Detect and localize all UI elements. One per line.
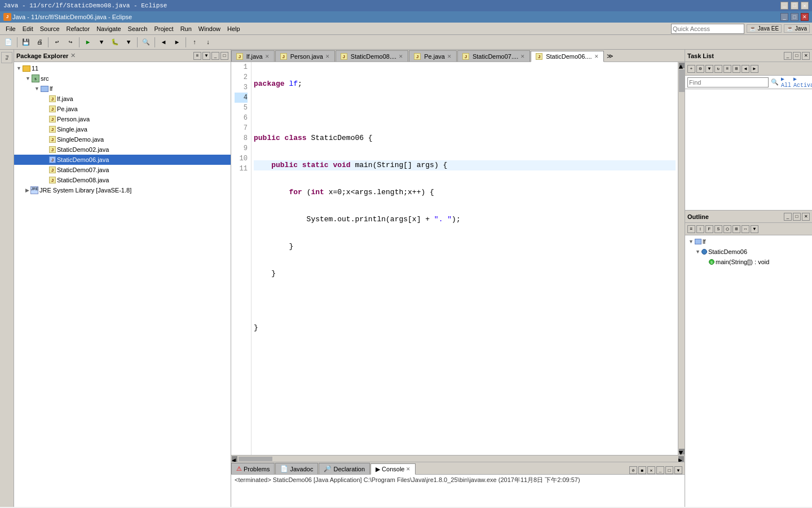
menu-run[interactable]: Run bbox=[177, 24, 195, 33]
console-stop-btn[interactable]: ■ bbox=[638, 466, 646, 474]
java-btn[interactable]: ☕ Java bbox=[784, 24, 810, 33]
menu-help[interactable]: Help bbox=[224, 24, 244, 33]
new-btn[interactable]: 📄 bbox=[2, 36, 15, 49]
tab-staticdemo06[interactable]: J StaticDemo06.... ✕ bbox=[531, 51, 603, 62]
run-dropdown[interactable]: ▼ bbox=[95, 36, 108, 49]
tree-item-staticdemo02[interactable]: J StaticDemo02.java bbox=[14, 144, 231, 155]
tree-item-singlejava[interactable]: J Single.java bbox=[14, 124, 231, 134]
outline-hide-nonpublic-btn[interactable]: ◯ bbox=[723, 225, 731, 233]
minimize-btn-main[interactable]: _ bbox=[780, 13, 788, 21]
tree-item-staticdemo07[interactable]: J StaticDemo07.java bbox=[14, 165, 231, 175]
scroll-thumb[interactable] bbox=[679, 69, 685, 92]
tree-item-lf[interactable]: ▼ lf bbox=[14, 84, 231, 94]
tab-lfjava[interactable]: J lf.java ✕ bbox=[231, 50, 275, 62]
outline-hide-fields-btn[interactable]: F bbox=[705, 225, 713, 233]
tree-item-staticdemo08[interactable]: J StaticDemo08.java bbox=[14, 175, 231, 185]
tab-staticdemo08[interactable]: J StaticDemo08.... ✕ bbox=[336, 50, 408, 62]
menu-project[interactable]: Project bbox=[151, 24, 176, 33]
debug-btn[interactable]: 🐛 bbox=[109, 36, 121, 49]
tree-item-11[interactable]: ▼ 11 bbox=[14, 63, 231, 73]
outline-hide-static-btn[interactable]: S bbox=[714, 225, 722, 233]
console-tab-close[interactable]: ✕ bbox=[406, 466, 411, 472]
collapse-all-btn[interactable]: ≡ bbox=[193, 52, 201, 60]
tab-close-btn[interactable]: ✕ bbox=[520, 54, 525, 59]
close-btn-main[interactable]: ✕ bbox=[801, 13, 809, 21]
menu-file[interactable]: File bbox=[2, 24, 19, 33]
print-btn[interactable]: 🖨 bbox=[33, 36, 46, 49]
console-close-btn[interactable]: ✕ bbox=[647, 466, 655, 474]
tab-close-btn[interactable]: ✕ bbox=[399, 54, 403, 59]
run-btn[interactable]: ▶ bbox=[82, 36, 94, 49]
console-menu-btn[interactable]: ▼ bbox=[674, 466, 682, 474]
tab-console[interactable]: ▶ Console ✕ bbox=[370, 463, 416, 475]
code-content[interactable]: package lf; public class StaticDemo06 { … bbox=[251, 62, 678, 455]
undo-btn[interactable]: ↩ bbox=[51, 36, 63, 49]
vertical-scrollbar[interactable]: ▲ ▼ bbox=[678, 62, 685, 455]
tab-pejava[interactable]: J Pe.java ✕ bbox=[409, 50, 457, 62]
prev-edit-btn[interactable]: ↑ bbox=[188, 36, 201, 49]
console-clear-btn[interactable]: ⊘ bbox=[629, 466, 637, 474]
scroll-down-btn[interactable]: ▼ bbox=[679, 449, 685, 454]
tree-item-pejava[interactable]: J Pe.java bbox=[14, 104, 231, 114]
tree-item-jre[interactable]: ▶ JRE JRE System Library [JavaSE-1.8] bbox=[14, 185, 231, 195]
scroll-hthumb[interactable] bbox=[239, 457, 272, 461]
package-explorer-icon[interactable]: Pa bbox=[1, 52, 12, 63]
console-minimize-btn[interactable]: _ bbox=[656, 466, 664, 474]
task-max-btn[interactable]: □ bbox=[793, 52, 801, 60]
outline-expand-btn[interactable]: ⊞ bbox=[732, 225, 740, 233]
next-edit-btn[interactable]: ↓ bbox=[202, 36, 214, 49]
scroll-left-btn[interactable]: ◀ bbox=[232, 456, 237, 462]
task-find-input[interactable] bbox=[687, 77, 769, 87]
all-filter[interactable]: ▶ All bbox=[781, 76, 791, 89]
menu-window[interactable]: Window bbox=[195, 24, 224, 33]
task-filter-btn[interactable]: ▼ bbox=[705, 65, 713, 73]
outline-menu-btn[interactable]: ▼ bbox=[751, 225, 758, 233]
tab-close-btn[interactable]: ✕ bbox=[594, 54, 599, 59]
horizontal-scrollbar[interactable]: ◀ ▶ bbox=[231, 455, 685, 462]
minimize-btn[interactable]: _ bbox=[780, 2, 788, 10]
panel-min-btn[interactable]: _ bbox=[211, 52, 219, 60]
outline-item-class[interactable]: ▼ StaticDemo06 bbox=[686, 247, 811, 257]
code-editor[interactable]: 1 2 3 4 5 6 7 8 9 10 11 package lf; publ… bbox=[231, 62, 685, 455]
task-close-btn[interactable]: ✕ bbox=[802, 52, 810, 60]
task-refresh-btn[interactable]: ↻ bbox=[714, 65, 722, 73]
outline-max-btn[interactable]: □ bbox=[793, 213, 801, 221]
menu-source[interactable]: Source bbox=[37, 24, 63, 33]
back-btn[interactable]: ◀ bbox=[157, 36, 170, 49]
outline-item-method[interactable]: s main(String[]) : void bbox=[686, 257, 811, 267]
panel-menu-btn[interactable]: ▼ bbox=[202, 52, 210, 60]
tree-item-src[interactable]: ▼ s src bbox=[14, 73, 231, 84]
debug-dropdown[interactable]: ▼ bbox=[122, 36, 135, 49]
tab-javadoc[interactable]: 📄 Javadoc bbox=[275, 463, 318, 474]
task-prev-btn[interactable]: ◀ bbox=[742, 65, 749, 73]
close-btn-bg[interactable]: ✕ bbox=[801, 2, 809, 10]
scroll-up-btn[interactable]: ▲ bbox=[679, 63, 685, 68]
tab-staticdemo07[interactable]: J StaticDemo07.... ✕ bbox=[457, 50, 530, 62]
tab-declaration[interactable]: 🔎 Declaration bbox=[319, 463, 370, 474]
more-tabs-btn[interactable]: ≫ bbox=[604, 50, 616, 62]
task-expand-btn[interactable]: ⊞ bbox=[732, 65, 740, 73]
menu-navigate[interactable]: Navigate bbox=[93, 24, 124, 33]
outline-min-btn[interactable]: _ bbox=[784, 213, 792, 221]
task-next-btn[interactable]: ▶ bbox=[751, 65, 758, 73]
tab-close-btn[interactable]: ✕ bbox=[447, 54, 452, 59]
java-ee-btn[interactable]: ☕ Java EE bbox=[747, 24, 782, 33]
panel-max-btn[interactable]: □ bbox=[220, 52, 228, 60]
tab-personjava[interactable]: J Person.java ✕ bbox=[275, 50, 335, 62]
tree-item-personjava[interactable]: J Person.java bbox=[14, 114, 231, 124]
outline-sort-btn[interactable]: ↕ bbox=[696, 225, 704, 233]
tree-item-lfjava[interactable]: J lf.java bbox=[14, 94, 231, 104]
activate-filter[interactable]: ▶ Activate... bbox=[793, 76, 812, 89]
tab-problems[interactable]: ⚠ Problems bbox=[231, 463, 275, 474]
outline-item-lf[interactable]: ▼ lf bbox=[686, 237, 811, 247]
new-task-btn[interactable]: + bbox=[687, 65, 695, 73]
scroll-right-btn[interactable]: ▶ bbox=[678, 456, 684, 462]
console-maximize-btn[interactable]: □ bbox=[665, 466, 673, 474]
outline-close-btn[interactable]: ✕ bbox=[802, 213, 810, 221]
outline-sync-btn[interactable]: ↔ bbox=[742, 225, 749, 233]
task-settings-btn[interactable]: ⚙ bbox=[696, 65, 704, 73]
forward-btn[interactable]: ▶ bbox=[171, 36, 183, 49]
save-btn[interactable]: 💾 bbox=[20, 36, 32, 49]
maximize-btn[interactable]: □ bbox=[791, 2, 798, 10]
task-collapse-btn[interactable]: ≡ bbox=[723, 65, 731, 73]
